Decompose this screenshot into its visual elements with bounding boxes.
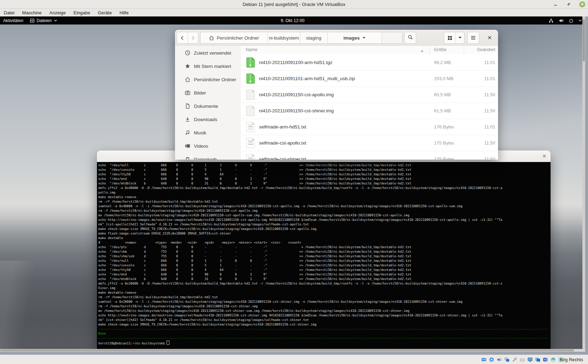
grid-icon [448, 36, 452, 40]
sidebar-item-dokumente[interactable]: Dokumente [175, 99, 241, 113]
files-window: Persönlicher Ordnerni-buildsystemstaging… [175, 30, 498, 160]
sort-arrow-icon[interactable] [420, 49, 424, 54]
sidebar-item-persönlicher-ordner[interactable]: Persönlicher Ordner [175, 73, 241, 86]
file-row[interactable]: selfmade-cst-apollo.txt175 Bytes11:50 [241, 135, 498, 151]
status-display-icon[interactable] [527, 357, 533, 363]
focused-app-menu[interactable]: Dateien [30, 18, 57, 23]
archive-icon [246, 74, 255, 84]
music-icon [185, 130, 190, 135]
minimize-icon[interactable] [553, 1, 558, 7]
file-row[interactable]: ni410-202110091101-arm-hd51_multi_usb.zi… [241, 70, 498, 87]
sidebar-item-papierkorb[interactable]: Papierkorb [175, 153, 241, 160]
file-row[interactable]: selfmade-cst-shiner.txt175 Bytes11:50 [241, 151, 498, 160]
search-button[interactable] [404, 32, 416, 44]
sidebar-item-musik[interactable]: Musik [175, 126, 241, 139]
grid-view-button[interactable] [444, 32, 455, 43]
sidebar-item-label: Bilder [194, 90, 206, 96]
menu-hilfe[interactable]: Hilfe [115, 9, 132, 16]
sidebar-item-zuletzt-verwendet[interactable]: Zuletzt verwendet [175, 46, 241, 59]
system-menu-chevron-icon[interactable] [579, 19, 582, 22]
document-icon [185, 103, 190, 109]
focused-app-name: Dateien [37, 18, 52, 23]
status-virtual-screens-icon[interactable] [535, 357, 540, 363]
file-name: selfmade-cst-apollo.txt [259, 140, 306, 146]
view-toggle [444, 32, 464, 44]
menu-eingabe[interactable]: Eingabe [70, 9, 94, 16]
sidebar-item-label: Dokumente [194, 104, 218, 109]
status-mouse-integration-icon[interactable] [550, 357, 556, 363]
status-usb-icon[interactable] [512, 357, 517, 363]
menu-maschine[interactable]: Maschine [18, 9, 46, 16]
path-segment-staging[interactable]: staging [300, 32, 328, 43]
terminal-output[interactable]: echo "/dev/null c 666 0 0 1 3 0 0 -" >> … [97, 162, 551, 352]
path-bar: Persönlicher Ordnerni-buildsystemstaging… [200, 32, 402, 44]
restore-icon[interactable] [566, 1, 572, 7]
download-icon [185, 117, 190, 122]
volume-icon[interactable] [559, 18, 564, 23]
view-options-button[interactable] [455, 32, 464, 43]
file-size: 203,0 MB [434, 76, 454, 81]
file-row[interactable]: ni410-202110091150-cst-shiner.img61,5 MB… [241, 103, 498, 119]
file-name: ni410-202110091150-cst-apollo.img [259, 92, 334, 97]
path-segment-empty[interactable] [382, 32, 402, 43]
column-modified[interactable]: Geändert [477, 47, 495, 52]
vbox-menubar: DateiMaschineAnzeigeEingabeGeräteHilfe [0, 9, 588, 16]
sidebar-item-bilder[interactable]: Bilder [175, 86, 241, 99]
back-button[interactable] [177, 32, 188, 43]
status-harddisk-icon[interactable] [481, 357, 486, 363]
menu-datei[interactable]: Datei [0, 9, 18, 16]
host-key-label: Strg Rechts [559, 357, 583, 362]
status-network-icon[interactable] [504, 357, 510, 363]
status-shared-folder-icon[interactable] [519, 357, 525, 363]
file-size: 61,5 MB [434, 108, 451, 113]
text-file-icon [246, 154, 255, 160]
status-recording-icon[interactable]: V [542, 357, 548, 363]
column-size[interactable]: Größe [434, 47, 446, 52]
power-icon[interactable] [569, 18, 574, 23]
file-modified-time: 11:01 [484, 76, 495, 81]
sidebar-item-label: Videos [194, 144, 208, 149]
terminal-window: ✕ echo "/dev/null c 666 0 0 1 3 0 0 -" >… [97, 150, 551, 352]
horizontal-scrollbar[interactable] [0, 349, 585, 352]
sidebar-item-videos[interactable]: Videos [175, 139, 241, 153]
status-optical-disc-icon[interactable] [489, 357, 494, 363]
hamburger-menu-button[interactable] [467, 32, 479, 44]
sidebar-item-mit-stern-markiert[interactable]: Mit Stern markiert [175, 59, 241, 73]
path-segment-ni-buildsystem[interactable]: ni-buildsystem [268, 32, 300, 43]
file-modified-time: 11:50 [484, 92, 495, 97]
nav-buttons [177, 32, 198, 44]
sidebar-item-label: Zuletzt verwendet [194, 50, 231, 56]
menu-geräte[interactable]: Geräte [94, 9, 116, 16]
column-name[interactable]: Name [246, 47, 257, 52]
forward-button[interactable] [188, 32, 198, 43]
terminal-close-icon[interactable]: ✕ [541, 153, 547, 159]
list-column-header: Name Größe Geändert [241, 46, 498, 55]
chevron-down-icon [458, 36, 462, 39]
shell-prompt[interactable]: horsti58@Debian11:~/ni-buildsystem$ [98, 341, 551, 346]
files-sidebar: Zuletzt verwendetMit Stern markiertPersö… [175, 46, 241, 160]
network-icon[interactable] [548, 18, 554, 23]
file-name: ni410-202110091150-cst-shiner.img [259, 108, 334, 113]
activities-button[interactable]: Aktivitäten [3, 18, 23, 23]
close-window-icon[interactable]: ✕ [579, 1, 585, 7]
sidebar-item-downloads[interactable]: Downloads [175, 113, 241, 126]
file-size: 175 Bytes [434, 140, 454, 146]
status-audio-icon[interactable] [496, 357, 502, 363]
files-close-icon[interactable]: ✕ [486, 34, 493, 41]
file-row[interactable]: ni410-202110091150-cst-apollo.img60,5 MB… [241, 86, 498, 103]
search-icon [408, 35, 413, 41]
file-size: 176 Bytes [434, 124, 454, 130]
vbox-titlebar: Debian 11 [wird ausgeführt] - Oracle VM … [0, 0, 588, 9]
sidebar-item-label: Musik [194, 130, 206, 135]
path-segment-persönlicher-ordner[interactable]: Persönlicher Ordner [201, 32, 268, 43]
sidebar-item-label: Papierkorb [194, 157, 217, 160]
vertical-scrollbar[interactable] [582, 16, 585, 352]
file-row[interactable]: selfmade-arm-hd51.txt176 Bytes11:01 [241, 119, 498, 135]
file-row[interactable]: ni410-202110091100-arm-hd51.tgz99,2 MB11… [241, 54, 498, 71]
menu-anzeige[interactable]: Anzeige [46, 9, 70, 16]
file-modified-time: 11:01 [484, 124, 495, 130]
path-segment-images[interactable]: images [328, 32, 382, 43]
clock[interactable]: 9. Okt 12:00 [281, 18, 304, 23]
file-modified-time: 11:50 [484, 108, 495, 113]
file-size: 99,2 MB [434, 60, 451, 65]
